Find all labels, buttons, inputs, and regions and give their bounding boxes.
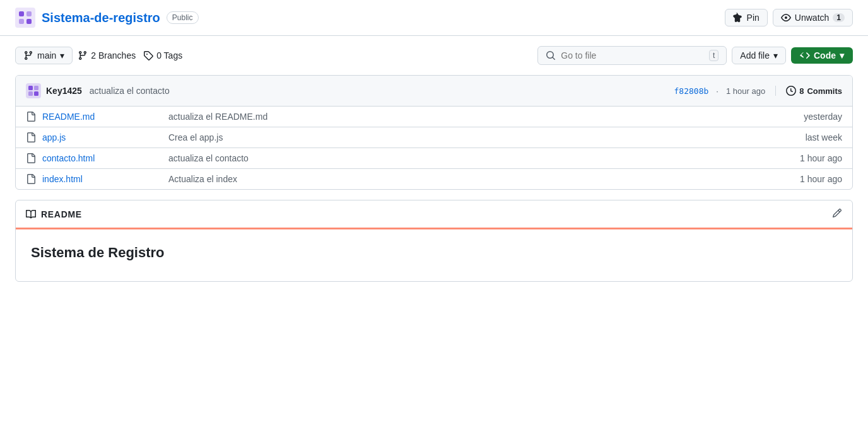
search-box[interactable]: t — [537, 46, 727, 65]
svg-rect-2 — [26, 11, 32, 16]
file-icon — [26, 112, 36, 122]
repo-title: Sistema-de-registro Public — [15, 8, 199, 28]
file-commit-msg: actualiza el contacto — [168, 153, 779, 163]
table-row: README.md actualiza el README.md yesterd… — [16, 107, 852, 127]
table-row: contacto.html actualiza el contacto 1 ho… — [16, 148, 852, 169]
code-chevron-icon: ▾ — [840, 50, 844, 61]
top-actions: Pin Unwatch 1 — [725, 9, 853, 26]
repo-name-link[interactable]: Sistema-de-registro — [42, 11, 160, 25]
svg-rect-9 — [34, 91, 38, 96]
file-table: Key1425 actualiza el contacto f82808b · … — [15, 75, 853, 190]
tags-count: 0 Tags — [156, 50, 182, 61]
file-time: 1 hour ago — [779, 153, 842, 163]
svg-rect-1 — [19, 11, 24, 16]
tag-icon — [143, 50, 153, 61]
eye-icon — [781, 13, 791, 23]
branches-link[interactable]: 2 Branches — [78, 50, 136, 61]
readme-header: README — [16, 200, 852, 229]
file-name-link[interactable]: index.html — [42, 174, 168, 184]
readme-body: Sistema de Registro — [16, 229, 852, 281]
branch-icon — [23, 50, 33, 61]
branch-label: main — [37, 50, 56, 61]
visibility-badge: Public — [167, 11, 199, 24]
commits-link[interactable]: 8 Commits — [786, 86, 842, 96]
readme-section-label: README — [41, 209, 82, 219]
add-file-button[interactable]: Add file ▾ — [732, 47, 786, 64]
top-bar: Sistema-de-registro Public Pin Unwatch 1 — [0, 0, 868, 36]
branches-tags: 2 Branches 0 Tags — [78, 50, 182, 61]
repo-content: Key1425 actualiza el contacto f82808b · … — [0, 75, 868, 297]
pin-label: Pin — [747, 13, 760, 23]
commit-meta: f82808b · 1 hour ago 8 Commits — [674, 86, 842, 96]
commit-header: Key1425 actualiza el contacto f82808b · … — [16, 76, 852, 107]
unwatch-label: Unwatch — [795, 13, 829, 23]
file-icon — [26, 153, 36, 163]
toolbar: main ▾ 2 Branches 0 Tags t Add file ▾ — [0, 36, 868, 75]
code-label: Code — [814, 50, 836, 61]
svg-rect-8 — [28, 91, 33, 96]
unwatch-button[interactable]: Unwatch 1 — [773, 9, 853, 26]
svg-rect-7 — [34, 86, 38, 90]
file-name-link[interactable]: README.md — [42, 112, 168, 122]
readme-edit-button[interactable] — [832, 208, 842, 220]
svg-rect-3 — [19, 19, 24, 24]
edit-icon — [832, 208, 842, 218]
pin-button[interactable]: Pin — [725, 9, 768, 26]
book-icon — [26, 209, 36, 219]
divider — [775, 86, 776, 96]
file-time: 1 hour ago — [779, 174, 842, 184]
readme-content-title: Sistema de Registro — [31, 245, 837, 261]
svg-rect-6 — [28, 86, 33, 90]
search-shortcut: t — [709, 50, 718, 61]
repo-avatar — [15, 8, 35, 28]
commit-hash[interactable]: f82808b — [674, 86, 709, 96]
svg-rect-5 — [26, 83, 41, 98]
table-row: app.js Crea el app.js last week — [16, 127, 852, 148]
search-input[interactable] — [561, 50, 704, 61]
svg-rect-0 — [15, 8, 35, 28]
commits-label: Commits — [807, 86, 842, 96]
author-avatar — [26, 83, 41, 98]
readme-title: README — [26, 209, 82, 219]
table-row: index.html Actualiza el index 1 hour ago — [16, 169, 852, 189]
svg-rect-4 — [26, 19, 32, 24]
commits-count: 8 — [799, 86, 804, 96]
pin-icon — [733, 13, 743, 23]
clock-icon — [786, 86, 796, 96]
code-brackets-icon — [800, 50, 810, 61]
file-time: yesterday — [779, 112, 842, 122]
readme-section: README Sistema de Registro — [15, 200, 853, 282]
add-file-label: Add file — [740, 50, 770, 61]
commit-author-name[interactable]: Key1425 — [46, 86, 82, 96]
branches-count: 2 Branches — [91, 50, 136, 61]
search-icon — [546, 50, 556, 61]
commit-time: 1 hour ago — [726, 86, 765, 96]
commit-author-section: Key1425 actualiza el contacto — [26, 83, 170, 98]
code-button[interactable]: Code ▾ — [791, 47, 853, 64]
file-time: last week — [779, 132, 842, 142]
file-commit-msg: actualiza el README.md — [168, 112, 779, 122]
file-name-link[interactable]: app.js — [42, 132, 168, 142]
tags-link[interactable]: 0 Tags — [143, 50, 182, 61]
branch-selector[interactable]: main ▾ — [15, 47, 73, 64]
file-name-link[interactable]: contacto.html — [42, 153, 168, 163]
commit-message: actualiza el contacto — [90, 86, 170, 96]
file-icon — [26, 132, 36, 142]
branch-count-icon — [78, 50, 88, 61]
chevron-down-icon: ▾ — [60, 50, 64, 61]
add-file-chevron-icon: ▾ — [773, 50, 778, 61]
unwatch-count: 1 — [833, 13, 845, 22]
file-commit-msg: Actualiza el index — [168, 174, 779, 184]
commit-separator: · — [716, 86, 718, 96]
file-commit-msg: Crea el app.js — [168, 132, 779, 142]
file-icon — [26, 174, 36, 184]
